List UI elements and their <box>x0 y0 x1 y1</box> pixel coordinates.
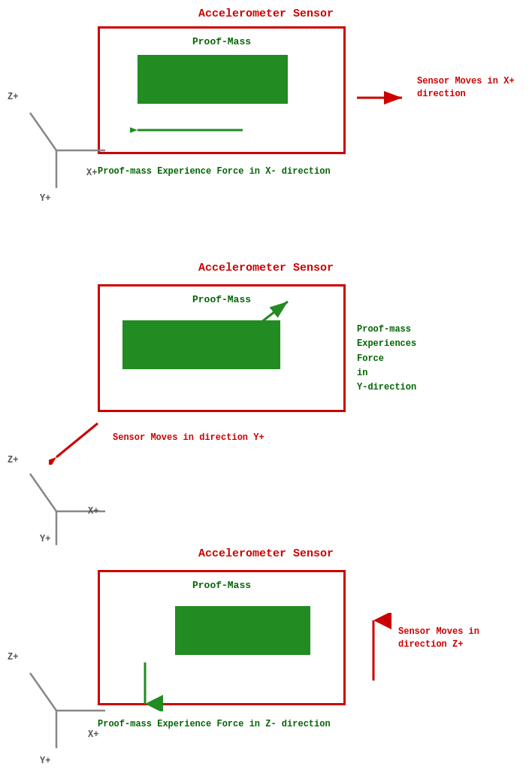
sensor-moves-label-2: Sensor Moves in direction Y+ <box>113 432 264 443</box>
axis-x-1: X+ <box>86 168 97 178</box>
sensor-moves-label-1: Sensor Moves in X+ direction <box>417 75 532 101</box>
diagram-3: Accelerometer Sensor Proof-Mass Sensor M… <box>0 541 532 770</box>
axis-y-1: Y+ <box>40 193 50 204</box>
down-arrow-3 <box>122 659 168 711</box>
axes-2 <box>8 455 105 545</box>
force-label-2: Proof-mass Experiences Force in Y-direct… <box>357 308 416 395</box>
upright-arrow-2 <box>246 298 299 335</box>
proof-mass-label-3: Proof-Mass <box>100 580 343 591</box>
svg-line-8 <box>254 302 288 328</box>
svg-line-4 <box>30 113 56 150</box>
diagram-1: Accelerometer Sensor Proof-Mass Sensor M… <box>0 0 532 256</box>
axis-y-3: Y+ <box>40 756 50 766</box>
sensor-box-2: Proof-Mass <box>98 284 346 412</box>
right-arrow-1 <box>353 83 413 113</box>
sensor-moves-label-3: Sensor Moves in direction Z+ <box>398 613 479 650</box>
proof-mass-rect-3 <box>175 606 310 655</box>
diagram2-title: Accelerometer Sensor <box>0 262 532 274</box>
proof-mass-label-2: Proof-Mass <box>100 294 343 305</box>
left-arrow-1 <box>130 115 250 145</box>
proof-mass-rect-1 <box>138 55 288 104</box>
sensor-box-3: Proof-Mass <box>98 570 346 705</box>
diagram3-title: Accelerometer Sensor <box>0 547 532 560</box>
sensor-box-1: Proof-Mass <box>98 26 346 154</box>
axis-x-3: X+ <box>88 729 98 740</box>
force-label-3: Proof-mass Experience Force in Z- direct… <box>98 718 331 731</box>
svg-line-11 <box>30 474 56 511</box>
svg-line-10 <box>56 423 98 457</box>
diagram-2: Accelerometer Sensor Proof-Mass Proof-ma… <box>0 256 532 541</box>
svg-line-18 <box>30 673 56 711</box>
diagram1-title: Accelerometer Sensor <box>0 8 532 20</box>
axis-x-2: X+ <box>88 506 98 517</box>
axis-z-3: Z+ <box>8 652 18 662</box>
axis-z-1: Z+ <box>8 92 18 102</box>
proof-mass-label-1: Proof-Mass <box>100 36 343 47</box>
axis-z-2: Z+ <box>8 455 18 465</box>
force-label-1: Proof-mass Experience Force in X- direct… <box>98 165 331 178</box>
up-arrow-3 <box>355 613 392 688</box>
